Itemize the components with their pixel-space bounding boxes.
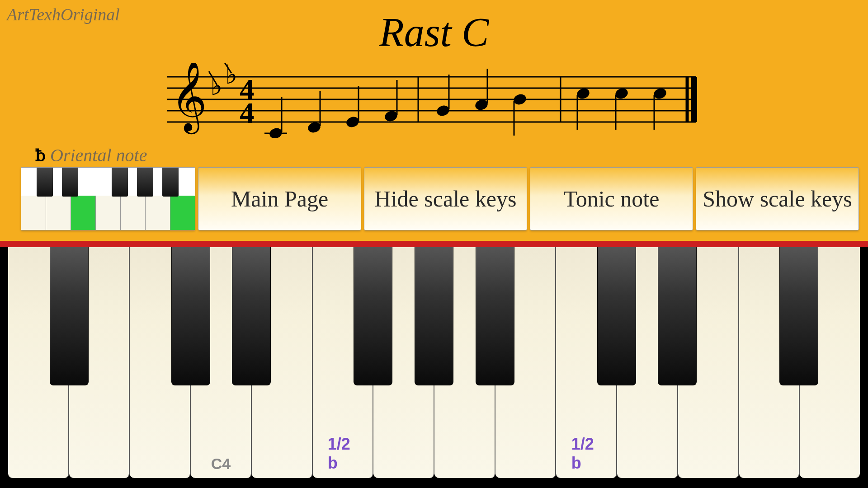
mini-keyboard[interactable]	[21, 167, 195, 230]
mini-black-key[interactable]	[37, 168, 53, 197]
mini-white-key[interactable]	[146, 196, 170, 230]
black-key[interactable]	[597, 247, 636, 385]
mini-black-key[interactable]	[62, 168, 78, 197]
tab-row: Main Page Hide scale keys Tonic note Sho…	[21, 167, 859, 230]
mini-white-key-highlighted[interactable]	[170, 196, 195, 230]
show-scale-keys-button[interactable]: Show scale keys	[696, 167, 859, 230]
half-flat-icon: ƀ	[35, 146, 46, 165]
oriental-note-label: ƀ Oriental note	[35, 145, 147, 166]
black-key[interactable]	[415, 247, 453, 385]
black-key[interactable]	[50, 247, 89, 385]
mini-white-key[interactable]	[21, 196, 46, 230]
watermark-text: ArtTexhOriginal	[7, 5, 120, 24]
page-title: Rast C	[379, 9, 489, 56]
mini-white-key[interactable]	[96, 196, 121, 230]
black-key[interactable]	[232, 247, 271, 385]
main-piano: C4 1/2 b 1/2 b	[0, 247, 868, 488]
key-label-c4: C4	[211, 455, 231, 473]
key-label-half-flat: 1/2 b	[571, 435, 601, 473]
black-key[interactable]	[658, 247, 697, 385]
mini-black-key[interactable]	[162, 168, 179, 197]
mini-black-key[interactable]	[137, 168, 153, 197]
tonic-note-button[interactable]: Tonic note	[530, 167, 693, 230]
oriental-note-text: Oriental note	[50, 145, 147, 166]
black-key[interactable]	[171, 247, 210, 385]
black-key[interactable]	[354, 247, 392, 385]
mini-white-key[interactable]	[121, 196, 146, 230]
black-key[interactable]	[476, 247, 514, 385]
mini-black-key[interactable]	[112, 168, 128, 197]
treble-clef-icon: 𝄞	[171, 63, 207, 135]
main-page-button[interactable]: Main Page	[198, 167, 361, 230]
mini-white-key-highlighted[interactable]	[71, 196, 96, 230]
mini-white-key[interactable]	[46, 196, 71, 230]
black-key[interactable]	[779, 247, 818, 385]
divider-bar	[0, 241, 868, 247]
time-sig-bottom: 4	[240, 97, 255, 129]
music-staff: 𝄞 ♭ ♭ 4 4	[167, 63, 705, 138]
hide-scale-keys-button[interactable]: Hide scale keys	[364, 167, 527, 230]
key-label-half-flat: 1/2 b	[328, 435, 358, 473]
